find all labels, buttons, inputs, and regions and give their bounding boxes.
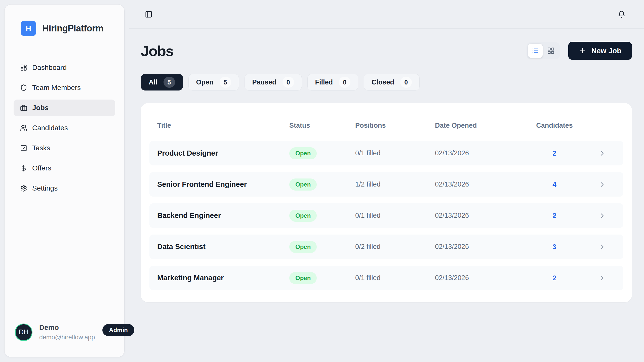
plus-icon — [579, 47, 586, 55]
date-opened-cell: 02/13/2026 — [435, 180, 533, 188]
filter-count: 5 — [220, 77, 231, 88]
column-header-title: Title — [157, 122, 289, 129]
chevron-right-icon[interactable] — [576, 150, 616, 157]
job-title: Backend Engineer — [157, 211, 289, 220]
table-header: Title Status Positions Date Opened Candi… — [149, 112, 623, 141]
sidebar-item-dashboard[interactable]: Dashboard — [14, 59, 115, 76]
user-info: Demo demo@hireflow.app — [39, 324, 95, 341]
main-content: Jobs New Job — [141, 29, 632, 302]
filter-label: Open — [196, 78, 214, 86]
positions-cell: 0/1 filled — [355, 274, 435, 282]
column-header-date-opened: Date Opened — [435, 122, 533, 129]
candidates-count-link[interactable]: 2 — [533, 149, 576, 157]
date-opened-cell: 02/13/2026 — [435, 149, 533, 157]
date-opened-cell: 02/13/2026 — [435, 212, 533, 219]
role-badge: Admin — [102, 324, 134, 336]
filter-paused[interactable]: Paused 0 — [245, 74, 302, 90]
grid-view-button[interactable] — [544, 44, 558, 58]
user-name: Demo — [39, 324, 95, 332]
list-view-button[interactable] — [528, 44, 543, 58]
positions-cell: 1/2 filled — [355, 180, 435, 188]
candidates-count-link[interactable]: 2 — [533, 212, 576, 220]
users-icon — [20, 124, 27, 131]
table-row[interactable]: Senior Frontend Engineer Open 1/2 filled… — [149, 172, 623, 197]
panel-left-icon — [145, 11, 152, 18]
filter-count: 0 — [400, 77, 412, 88]
job-title: Senior Frontend Engineer — [157, 180, 289, 189]
briefcase-icon — [20, 104, 27, 111]
sidebar-item-tasks[interactable]: Tasks — [14, 140, 115, 156]
view-toggle — [527, 42, 560, 59]
sidebar-item-label: Candidates — [32, 124, 68, 132]
table-row[interactable]: Marketing Manager Open 0/1 filled 02/13/… — [149, 266, 623, 290]
table-row[interactable]: Backend Engineer Open 0/1 filled 02/13/2… — [149, 203, 623, 228]
topbar — [129, 0, 644, 29]
brand: H HiringPlatform — [5, 5, 124, 36]
brand-name: HiringPlatform — [42, 23, 103, 34]
new-job-button[interactable]: New Job — [568, 42, 632, 60]
page-head: Jobs New Job — [141, 42, 632, 60]
chevron-right-icon[interactable] — [576, 181, 616, 188]
filter-filled[interactable]: Filled 0 — [307, 74, 358, 90]
status-badge: Open — [289, 147, 317, 159]
bell-icon — [618, 11, 625, 18]
chevron-right-icon[interactable] — [576, 212, 616, 219]
dollar-icon — [20, 165, 27, 172]
avatar: DH — [16, 324, 32, 340]
filter-count: 0 — [339, 77, 350, 88]
status-badge: Open — [289, 178, 317, 191]
filter-label: Closed — [372, 78, 394, 86]
filter-count: 0 — [283, 77, 294, 88]
chevron-right-icon[interactable] — [576, 243, 616, 251]
sidebar-item-candidates[interactable]: Candidates — [14, 120, 115, 136]
sidebar-item-team-members[interactable]: Team Members — [14, 79, 115, 96]
column-header-positions: Positions — [355, 122, 435, 129]
grid-icon — [547, 47, 555, 55]
status-badge: Open — [289, 241, 317, 253]
avatar-initials: DH — [19, 328, 29, 336]
table-row[interactable]: Data Scientist Open 0/2 filled 02/13/202… — [149, 235, 623, 259]
date-opened-cell: 02/13/2026 — [435, 274, 533, 282]
job-title: Marketing Manager — [157, 274, 289, 282]
filter-closed[interactable]: Closed 0 — [364, 74, 420, 90]
sidebar-item-label: Tasks — [32, 144, 50, 152]
sidebar-item-label: Dashboard — [32, 64, 67, 72]
list-icon — [532, 47, 539, 55]
filter-count: 5 — [164, 77, 175, 88]
sidebar-user[interactable]: DH Demo demo@hireflow.app Admin — [5, 324, 124, 357]
sidebar: H HiringPlatform Dashboard Team Members … — [5, 5, 124, 357]
gear-icon — [20, 185, 27, 192]
new-job-label: New Job — [591, 47, 621, 55]
sidebar-item-label: Offers — [32, 164, 51, 172]
sidebar-item-settings[interactable]: Settings — [14, 180, 115, 197]
dashboard-icon — [20, 64, 27, 71]
positions-cell: 0/1 filled — [355, 149, 435, 157]
filter-label: All — [149, 78, 157, 86]
filter-all[interactable]: All 5 — [141, 74, 183, 90]
date-opened-cell: 02/13/2026 — [435, 243, 533, 251]
notifications-button[interactable] — [616, 9, 627, 20]
candidates-count-link[interactable]: 3 — [533, 243, 576, 251]
candidates-count-link[interactable]: 2 — [533, 274, 576, 282]
sidebar-item-offers[interactable]: Offers — [14, 160, 115, 176]
job-title: Data Scientist — [157, 243, 289, 251]
sidebar-item-label: Team Members — [32, 84, 81, 92]
chevron-right-icon[interactable] — [576, 274, 616, 282]
status-filters: All 5 Open 5 Paused 0 Filled 0 Closed 0 — [141, 74, 632, 90]
page-title: Jobs — [141, 42, 173, 59]
table-row[interactable]: Product Designer Open 0/1 filled 02/13/2… — [149, 141, 623, 165]
user-email: demo@hireflow.app — [39, 334, 95, 341]
sidebar-item-jobs[interactable]: Jobs — [14, 100, 115, 116]
sidebar-nav: Dashboard Team Members Jobs Candidates T… — [5, 59, 124, 200]
job-title: Product Designer — [157, 149, 289, 157]
column-header-candidates: Candidates — [533, 122, 576, 129]
positions-cell: 0/2 filled — [355, 243, 435, 251]
sidebar-toggle-button[interactable] — [143, 9, 154, 20]
status-badge: Open — [289, 210, 317, 222]
positions-cell: 0/1 filled — [355, 212, 435, 219]
head-actions: New Job — [527, 42, 632, 60]
brand-logo: H — [21, 21, 36, 36]
candidates-count-link[interactable]: 4 — [533, 180, 576, 189]
sidebar-item-label: Settings — [32, 184, 58, 192]
filter-open[interactable]: Open 5 — [188, 74, 239, 90]
